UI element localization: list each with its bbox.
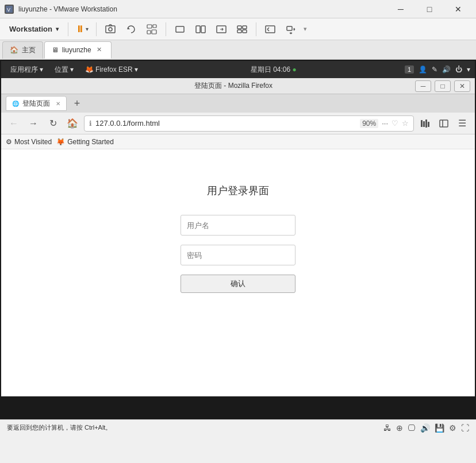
ff-tab-close-button[interactable]: ✕ (56, 101, 60, 107)
console-button[interactable] (261, 20, 279, 38)
firefox-titlebar: 登陆页面 - Mozilla Firefox ─ □ ✕ (1, 78, 475, 94)
ff-reload-button[interactable]: ↻ (45, 115, 61, 132)
maximize-button[interactable]: □ (416, 0, 443, 18)
audio-icon[interactable]: 🔊 (420, 423, 430, 433)
gear-icon: ⚙ (6, 138, 12, 146)
vm-content: 应用程序 ▾ 位置 ▾ 🦊 Firefox ESR ▾ 星期日 04:06 ● … (0, 60, 476, 419)
linux-topbar-left: 应用程序 ▾ 位置 ▾ 🦊 Firefox ESR ▾ (6, 64, 143, 76)
snapshot-manager-button[interactable] (143, 20, 161, 38)
firefox-chevron-icon: ▾ (135, 65, 138, 74)
ff-bookmark-heart-icon: ♡ (391, 119, 398, 128)
vmware-toolbar: Workstation ▾ ⏸ ▾ ▾ (0, 18, 476, 40)
toolbar-separator-3 (166, 22, 166, 36)
tab-home[interactable]: 🏠 主页 (2, 41, 43, 59)
svg-rect-5 (153, 25, 156, 28)
view-button[interactable] (191, 20, 210, 38)
ff-maximize-button[interactable]: □ (435, 80, 451, 92)
workstation-label: Workstation (9, 25, 52, 33)
firefox-small-icon: 🦊 (56, 138, 65, 146)
bookmark-most-visited[interactable]: ⚙ Most Visited (6, 138, 52, 146)
resize-button[interactable] (282, 20, 300, 38)
close-button[interactable]: ✕ (445, 0, 471, 18)
ff-forward-button[interactable]: → (25, 115, 41, 132)
svg-rect-13 (243, 26, 247, 29)
workstation-menu-button[interactable]: Workstation ▾ (5, 22, 63, 36)
firefox-menu-button[interactable]: 🦊 Firefox ESR ▾ (80, 64, 143, 75)
webpage-content: 用户登录界面 确认 (1, 149, 475, 396)
ff-minimize-button[interactable]: ─ (415, 80, 431, 92)
revert-button[interactable] (122, 20, 140, 38)
password-input[interactable] (181, 245, 295, 265)
ff-sidebar-button[interactable] (436, 115, 452, 132)
svg-rect-22 (440, 120, 448, 127)
hdd-icon[interactable]: 💾 (435, 423, 444, 433)
ff-back-button[interactable]: ← (6, 115, 22, 132)
bookmark-getting-started-label: Getting Started (67, 138, 114, 146)
svg-rect-20 (425, 119, 427, 128)
toolbar-separator (68, 22, 68, 36)
full-screen-button[interactable] (171, 20, 189, 38)
svg-rect-19 (423, 121, 425, 127)
ff-library-button[interactable] (417, 115, 433, 132)
svg-text:V: V (7, 7, 10, 13)
ff-tab-icon: 🌐 (12, 101, 19, 107)
ff-info-icon: ℹ (89, 119, 92, 128)
apps-menu-button[interactable]: 应用程序 ▾ (6, 64, 48, 76)
ff-zoom-label: 90% (360, 119, 378, 128)
page-title: 用户登录界面 (207, 184, 269, 198)
firefox-window-title: 登陆页面 - Mozilla Firefox (52, 81, 415, 91)
vmware-icon: V (5, 5, 14, 14)
home-icon: 🏠 (10, 46, 18, 54)
svg-point-3 (109, 28, 112, 31)
minimize-button[interactable]: ─ (387, 0, 414, 18)
tab-vm[interactable]: 🖥 liuyunzhe ✕ (44, 41, 112, 59)
linux-topbar-right: 1 👤 ✎ 🔊 ⏻ ▾ (405, 65, 470, 74)
username-input[interactable] (181, 215, 295, 236)
chevron-down-icon: ▾ (56, 26, 59, 32)
submit-button[interactable]: 确认 (181, 275, 295, 293)
places-menu-label: 位置 (55, 65, 68, 75)
snapshot-button[interactable] (101, 20, 120, 38)
ff-new-tab-button[interactable]: + (69, 96, 85, 111)
ff-tab-active[interactable]: 🌐 登陆页面 ✕ (6, 96, 67, 111)
fullscreen-status-icon[interactable]: ⛶ (461, 423, 469, 433)
svg-rect-18 (421, 120, 423, 127)
apps-chevron-icon: ▾ (40, 65, 43, 74)
vm-settings-icon[interactable]: ⚙ (449, 423, 456, 433)
workspace-badge: 1 (405, 65, 414, 74)
pen-icon: ✎ (432, 65, 437, 74)
unity-button[interactable] (233, 20, 251, 38)
firefox-icon: 🦊 (85, 65, 94, 74)
window-controls: ─ □ ✕ (387, 0, 471, 18)
login-form: 确认 (181, 215, 295, 293)
ff-home-button[interactable]: 🏠 (64, 115, 80, 132)
network-icon[interactable]: 🖧 (383, 423, 391, 433)
vm-bottom-space (1, 396, 475, 405)
apps-menu-label: 应用程序 (10, 65, 38, 75)
svg-rect-17 (287, 26, 292, 30)
usb-icon[interactable]: ⊕ (396, 423, 403, 433)
firefox-navbar: ← → ↻ 🏠 ℹ 127.0.0.1/form.html 90% ··· ♡ … (1, 113, 475, 134)
svg-rect-6 (147, 30, 151, 34)
firefox-window-controls: ─ □ ✕ (415, 80, 470, 92)
ff-menu-button[interactable]: ☰ (454, 115, 470, 132)
ff-addressbar[interactable]: ℹ 127.0.0.1/form.html 90% ··· ♡ ☆ (84, 115, 414, 132)
ff-toolbar-right: ☰ (417, 115, 470, 132)
tab-vm-label: liuyunzhe (62, 46, 91, 54)
svg-rect-8 (176, 26, 184, 32)
svg-rect-2 (106, 26, 115, 33)
display-icon[interactable]: 🖵 (408, 423, 416, 433)
linux-datetime: 星期日 04:06 ● (251, 65, 297, 75)
linux-topbar: 应用程序 ▾ 位置 ▾ 🦊 Firefox ESR ▾ 星期日 04:06 ● … (1, 61, 475, 78)
play-pause-button[interactable]: ⏸ ▾ (73, 20, 91, 38)
title-bar-left: V liuyunzhe - VMware Workstation (5, 5, 117, 14)
bookmark-getting-started[interactable]: 🦊 Getting Started (56, 138, 114, 146)
ff-close-button[interactable]: ✕ (454, 80, 470, 92)
stretch-button[interactable] (212, 20, 231, 38)
firefox-menu-label: Firefox ESR (95, 65, 133, 74)
svg-rect-21 (428, 122, 429, 127)
svg-rect-9 (196, 26, 200, 33)
tab-vm-close[interactable]: ✕ (95, 45, 104, 55)
tab-home-label: 主页 (22, 45, 36, 55)
places-menu-button[interactable]: 位置 ▾ (50, 64, 78, 76)
